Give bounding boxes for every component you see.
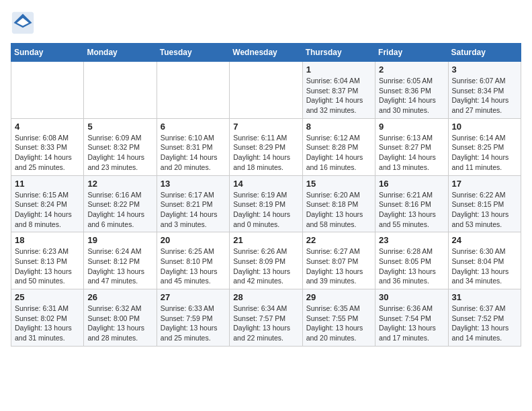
calendar-cell: 9Sunrise: 6:13 AM Sunset: 8:27 PM Daylig…	[375, 118, 448, 175]
calendar-cell: 4Sunrise: 6:08 AM Sunset: 8:33 PM Daylig…	[11, 118, 84, 175]
calendar-cell: 7Sunrise: 6:11 AM Sunset: 8:29 PM Daylig…	[230, 118, 302, 175]
day-number: 29	[306, 292, 371, 302]
weekday-header-sunday: Sunday	[11, 44, 84, 62]
day-number: 15	[306, 179, 371, 189]
day-detail: Sunrise: 6:33 AM Sunset: 7:59 PM Dayligh…	[161, 304, 226, 343]
day-detail: Sunrise: 6:14 AM Sunset: 8:25 PM Dayligh…	[452, 133, 517, 173]
day-detail: Sunrise: 6:08 AM Sunset: 8:33 PM Dayligh…	[15, 133, 80, 173]
day-number: 17	[452, 179, 517, 189]
calendar-cell: 16Sunrise: 6:21 AM Sunset: 8:16 PM Dayli…	[375, 175, 448, 232]
day-number: 11	[15, 179, 80, 189]
calendar-cell: 30Sunrise: 6:36 AM Sunset: 7:54 PM Dayli…	[375, 289, 448, 347]
calendar-cell	[11, 62, 84, 119]
weekday-header-wednesday: Wednesday	[230, 44, 302, 62]
day-detail: Sunrise: 6:32 AM Sunset: 8:00 PM Dayligh…	[87, 304, 152, 343]
day-detail: Sunrise: 6:30 AM Sunset: 8:04 PM Dayligh…	[452, 246, 517, 286]
calendar-cell: 6Sunrise: 6:10 AM Sunset: 8:31 PM Daylig…	[157, 118, 229, 175]
day-number: 16	[379, 179, 444, 189]
day-detail: Sunrise: 6:09 AM Sunset: 8:32 PM Dayligh…	[87, 133, 152, 173]
day-detail: Sunrise: 6:34 AM Sunset: 7:57 PM Dayligh…	[233, 304, 298, 343]
day-detail: Sunrise: 6:31 AM Sunset: 8:02 PM Dayligh…	[15, 304, 80, 343]
day-number: 13	[161, 179, 226, 189]
calendar-cell: 31Sunrise: 6:37 AM Sunset: 7:52 PM Dayli…	[448, 289, 521, 347]
calendar-week-5: 25Sunrise: 6:31 AM Sunset: 8:02 PM Dayli…	[11, 289, 521, 347]
calendar-cell: 25Sunrise: 6:31 AM Sunset: 8:02 PM Dayli…	[11, 289, 84, 347]
calendar-cell: 13Sunrise: 6:17 AM Sunset: 8:21 PM Dayli…	[157, 175, 229, 232]
day-detail: Sunrise: 6:26 AM Sunset: 8:09 PM Dayligh…	[233, 246, 298, 286]
calendar-cell	[84, 62, 157, 119]
day-number: 1	[306, 64, 371, 75]
day-detail: Sunrise: 6:05 AM Sunset: 8:36 PM Dayligh…	[379, 76, 444, 116]
calendar-cell: 19Sunrise: 6:24 AM Sunset: 8:12 PM Dayli…	[84, 232, 157, 289]
weekday-header-saturday: Saturday	[448, 44, 521, 62]
day-number: 2	[379, 64, 444, 75]
day-detail: Sunrise: 6:27 AM Sunset: 8:07 PM Dayligh…	[306, 246, 371, 286]
day-detail: Sunrise: 6:35 AM Sunset: 7:55 PM Dayligh…	[306, 304, 371, 343]
page-header	[11, 11, 521, 35]
calendar-cell: 22Sunrise: 6:27 AM Sunset: 8:07 PM Dayli…	[302, 232, 375, 289]
logo-icon	[11, 11, 35, 35]
day-number: 6	[161, 122, 226, 132]
calendar-cell	[157, 62, 229, 119]
day-detail: Sunrise: 6:37 AM Sunset: 7:52 PM Dayligh…	[452, 304, 517, 343]
calendar-cell: 15Sunrise: 6:20 AM Sunset: 8:18 PM Dayli…	[302, 175, 375, 232]
logo	[11, 11, 39, 35]
calendar-cell: 10Sunrise: 6:14 AM Sunset: 8:25 PM Dayli…	[448, 118, 521, 175]
calendar-cell: 3Sunrise: 6:07 AM Sunset: 8:34 PM Daylig…	[448, 62, 521, 119]
calendar-cell: 28Sunrise: 6:34 AM Sunset: 7:57 PM Dayli…	[230, 289, 302, 347]
day-number: 7	[233, 122, 298, 132]
day-number: 3	[452, 64, 517, 75]
day-detail: Sunrise: 6:15 AM Sunset: 8:24 PM Dayligh…	[15, 190, 80, 230]
day-detail: Sunrise: 6:21 AM Sunset: 8:16 PM Dayligh…	[379, 190, 444, 230]
day-number: 10	[452, 122, 517, 132]
calendar-cell: 17Sunrise: 6:22 AM Sunset: 8:15 PM Dayli…	[448, 175, 521, 232]
day-detail: Sunrise: 6:25 AM Sunset: 8:10 PM Dayligh…	[161, 246, 226, 286]
day-detail: Sunrise: 6:17 AM Sunset: 8:21 PM Dayligh…	[161, 190, 226, 230]
weekday-header-friday: Friday	[375, 44, 448, 62]
calendar-cell: 29Sunrise: 6:35 AM Sunset: 7:55 PM Dayli…	[302, 289, 375, 347]
weekday-header-thursday: Thursday	[302, 44, 375, 62]
day-detail: Sunrise: 6:12 AM Sunset: 8:28 PM Dayligh…	[306, 133, 371, 173]
day-detail: Sunrise: 6:22 AM Sunset: 8:15 PM Dayligh…	[452, 190, 517, 230]
day-detail: Sunrise: 6:13 AM Sunset: 8:27 PM Dayligh…	[379, 133, 444, 173]
day-number: 20	[161, 235, 226, 245]
calendar-cell: 24Sunrise: 6:30 AM Sunset: 8:04 PM Dayli…	[448, 232, 521, 289]
calendar-week-1: 1Sunrise: 6:04 AM Sunset: 8:37 PM Daylig…	[11, 62, 521, 119]
weekday-header-monday: Monday	[84, 44, 157, 62]
day-detail: Sunrise: 6:11 AM Sunset: 8:29 PM Dayligh…	[233, 133, 298, 173]
calendar-cell: 12Sunrise: 6:16 AM Sunset: 8:22 PM Dayli…	[84, 175, 157, 232]
day-number: 8	[306, 122, 371, 132]
day-number: 12	[87, 179, 152, 189]
day-number: 28	[233, 292, 298, 302]
day-number: 22	[306, 235, 371, 245]
calendar-header: SundayMondayTuesdayWednesdayThursdayFrid…	[11, 44, 521, 62]
day-detail: Sunrise: 6:04 AM Sunset: 8:37 PM Dayligh…	[306, 76, 371, 116]
day-detail: Sunrise: 6:10 AM Sunset: 8:31 PM Dayligh…	[161, 133, 226, 173]
day-number: 27	[161, 292, 226, 302]
day-number: 9	[379, 122, 444, 132]
calendar-week-3: 11Sunrise: 6:15 AM Sunset: 8:24 PM Dayli…	[11, 175, 521, 232]
calendar-cell: 1Sunrise: 6:04 AM Sunset: 8:37 PM Daylig…	[302, 62, 375, 119]
day-number: 25	[15, 292, 80, 302]
calendar-cell	[230, 62, 302, 119]
day-number: 14	[233, 179, 298, 189]
calendar-cell: 18Sunrise: 6:23 AM Sunset: 8:13 PM Dayli…	[11, 232, 84, 289]
day-detail: Sunrise: 6:20 AM Sunset: 8:18 PM Dayligh…	[306, 190, 371, 230]
day-detail: Sunrise: 6:19 AM Sunset: 8:19 PM Dayligh…	[233, 190, 298, 230]
calendar-week-4: 18Sunrise: 6:23 AM Sunset: 8:13 PM Dayli…	[11, 232, 521, 289]
day-number: 19	[87, 235, 152, 245]
calendar-cell: 14Sunrise: 6:19 AM Sunset: 8:19 PM Dayli…	[230, 175, 302, 232]
day-number: 4	[15, 122, 80, 132]
day-number: 26	[87, 292, 152, 302]
day-number: 30	[379, 292, 444, 302]
calendar-cell: 2Sunrise: 6:05 AM Sunset: 8:36 PM Daylig…	[375, 62, 448, 119]
calendar-cell: 20Sunrise: 6:25 AM Sunset: 8:10 PM Dayli…	[157, 232, 229, 289]
day-number: 24	[452, 235, 517, 245]
day-detail: Sunrise: 6:07 AM Sunset: 8:34 PM Dayligh…	[452, 76, 517, 116]
calendar-cell: 23Sunrise: 6:28 AM Sunset: 8:05 PM Dayli…	[375, 232, 448, 289]
calendar-cell: 8Sunrise: 6:12 AM Sunset: 8:28 PM Daylig…	[302, 118, 375, 175]
calendar-table: SundayMondayTuesdayWednesdayThursdayFrid…	[11, 43, 521, 347]
day-number: 21	[233, 235, 298, 245]
calendar-cell: 11Sunrise: 6:15 AM Sunset: 8:24 PM Dayli…	[11, 175, 84, 232]
calendar-cell: 21Sunrise: 6:26 AM Sunset: 8:09 PM Dayli…	[230, 232, 302, 289]
